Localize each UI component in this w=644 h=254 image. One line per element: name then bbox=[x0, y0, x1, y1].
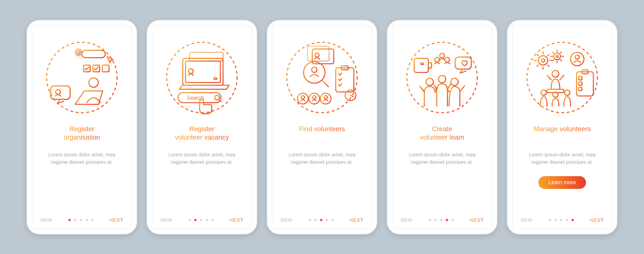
page-indicator bbox=[429, 219, 454, 221]
page-indicator bbox=[189, 219, 214, 221]
svg-point-35 bbox=[324, 96, 327, 99]
next-button[interactable]: NEXT bbox=[109, 217, 123, 223]
dot bbox=[451, 219, 454, 221]
page-indicator bbox=[549, 219, 574, 221]
svg-point-56 bbox=[438, 75, 446, 83]
svg-point-70 bbox=[575, 55, 579, 59]
dot bbox=[211, 219, 214, 221]
dot bbox=[326, 219, 328, 221]
screen-description: Lorem ipsum dolor amet, mea regione diam… bbox=[160, 151, 244, 166]
screen-title: Createvolunteer team bbox=[420, 125, 464, 142]
svg-point-68 bbox=[556, 55, 558, 57]
svg-point-33 bbox=[301, 96, 305, 99]
svg-point-55 bbox=[426, 78, 433, 86]
screen-inner: Createvolunteer team Lorem ipsum dolor a… bbox=[392, 25, 492, 229]
dot bbox=[434, 219, 437, 221]
onboarding-screen-5: Manage volunteers Lorem ipsum dolor amet… bbox=[507, 20, 618, 235]
svg-point-83 bbox=[565, 90, 570, 95]
screen-title: Registervolunteer vacancy bbox=[175, 125, 229, 142]
dot bbox=[194, 219, 197, 221]
dot bbox=[206, 219, 208, 221]
screen-title: Manage volunteers bbox=[534, 125, 591, 142]
svg-rect-50 bbox=[414, 58, 428, 72]
svg-point-3 bbox=[56, 90, 60, 94]
screen-inner: Search Registervolunteer vacancy Lorem i… bbox=[152, 25, 252, 229]
dot bbox=[554, 219, 557, 221]
next-button[interactable]: NEXT bbox=[229, 217, 244, 223]
skip-button[interactable]: SKIP bbox=[280, 217, 292, 223]
onboarding-footer: SKIP NEXT bbox=[40, 217, 123, 223]
svg-rect-17 bbox=[190, 52, 223, 61]
screen-title: Registerorganisation bbox=[64, 125, 100, 142]
onboarding-screen-2: Search Registervolunteer vacancy Lorem i… bbox=[147, 20, 257, 235]
svg-point-81 bbox=[541, 90, 546, 95]
svg-point-1 bbox=[89, 78, 98, 87]
onboarding-footer: SKIP NEXT bbox=[160, 217, 244, 223]
screen-inner: Manage volunteers Lorem ipsum dolor amet… bbox=[512, 25, 612, 229]
svg-point-9 bbox=[75, 49, 82, 56]
screen-description: Lorem ipsum dolor amet, mea regione diam… bbox=[40, 151, 123, 166]
svg-point-66 bbox=[541, 59, 545, 62]
onboarding-footer: SKIP NEXT bbox=[280, 217, 364, 223]
svg-point-53 bbox=[435, 57, 439, 62]
svg-rect-6 bbox=[102, 65, 109, 72]
screen-title: Find volunteers bbox=[299, 125, 345, 142]
dot bbox=[446, 219, 448, 221]
next-button[interactable]: NEXT bbox=[470, 217, 484, 223]
screen-description: Lorem ipsum dolor amet, mea regione diam… bbox=[280, 151, 364, 166]
svg-point-65 bbox=[538, 56, 548, 65]
dot bbox=[331, 219, 334, 221]
dot bbox=[80, 219, 82, 221]
dot bbox=[314, 219, 317, 221]
register-vacancy-icon: Search bbox=[163, 39, 240, 116]
svg-point-34 bbox=[313, 96, 316, 99]
find-volunteers-icon bbox=[283, 39, 361, 116]
next-button[interactable]: NEXT bbox=[590, 217, 604, 223]
dot bbox=[309, 219, 311, 221]
dot bbox=[68, 219, 71, 221]
screen-description: Lorem ipsum dolor amet, mea regione diam… bbox=[400, 151, 484, 166]
next-button[interactable]: NEXT bbox=[350, 217, 364, 223]
svg-point-57 bbox=[451, 78, 458, 86]
skip-button[interactable]: SKIP bbox=[160, 217, 172, 223]
svg-point-67 bbox=[554, 53, 560, 60]
screen-inner: Find volunteers Lorem ipsum dolor amet, … bbox=[272, 25, 372, 229]
svg-point-37 bbox=[315, 53, 319, 57]
svg-point-24 bbox=[312, 67, 317, 72]
svg-rect-51 bbox=[455, 57, 471, 69]
svg-rect-73 bbox=[579, 77, 582, 80]
register-org-icon bbox=[43, 39, 120, 116]
screen-inner: Registerorganisation Lorem ipsum dolor a… bbox=[32, 25, 132, 229]
svg-rect-7 bbox=[82, 50, 105, 58]
svg-rect-77 bbox=[579, 87, 582, 91]
svg-point-19 bbox=[215, 95, 219, 100]
learn-more-button[interactable]: Learn more bbox=[538, 176, 586, 189]
dot bbox=[320, 219, 322, 221]
svg-line-48 bbox=[351, 95, 353, 97]
dot bbox=[566, 219, 568, 221]
svg-line-23 bbox=[322, 81, 328, 87]
page-indicator bbox=[68, 219, 94, 221]
svg-point-8 bbox=[77, 51, 80, 54]
svg-point-54 bbox=[445, 57, 449, 62]
dot bbox=[560, 219, 562, 221]
dot bbox=[440, 219, 442, 221]
page-indicator bbox=[309, 219, 334, 221]
dot bbox=[189, 219, 191, 221]
skip-button[interactable]: SKIP bbox=[400, 217, 413, 223]
onboarding-screen-1: Registerorganisation Lorem ipsum dolor a… bbox=[26, 20, 137, 235]
skip-button[interactable]: SKIP bbox=[40, 217, 52, 223]
dot bbox=[429, 219, 431, 221]
dot bbox=[74, 219, 76, 221]
screen-description: Lorem ipsum dolor amet, mea regione diam… bbox=[521, 151, 604, 166]
onboarding-footer: SKIP NEXT bbox=[400, 217, 484, 223]
svg-point-79 bbox=[552, 70, 559, 77]
create-team-icon bbox=[404, 39, 481, 116]
onboarding-screen-3: Find volunteers Lorem ipsum dolor amet, … bbox=[267, 20, 377, 235]
onboarding-screen-4: Createvolunteer team Lorem ipsum dolor a… bbox=[387, 20, 497, 235]
dot bbox=[200, 219, 202, 221]
manage-volunteers-icon bbox=[524, 39, 601, 116]
skip-button[interactable]: SKIP bbox=[521, 217, 533, 223]
dot bbox=[86, 219, 88, 221]
svg-point-14 bbox=[189, 69, 193, 73]
